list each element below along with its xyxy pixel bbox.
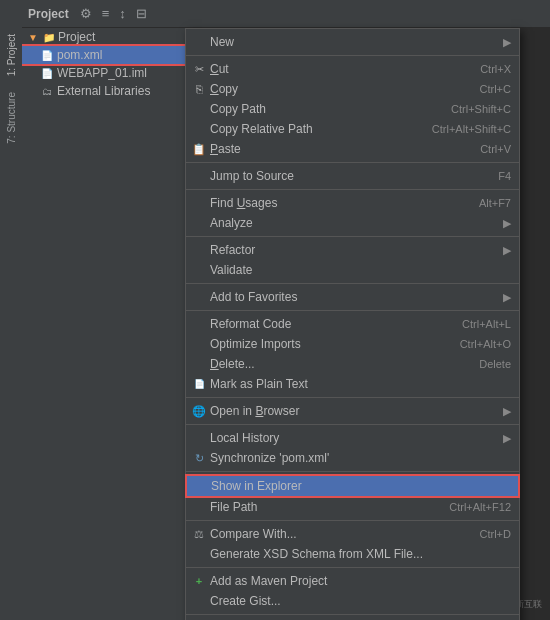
- menu-item-copy-relative-path[interactable]: Copy Relative Path Ctrl+Alt+Shift+C: [186, 119, 519, 139]
- menu-item-cut[interactable]: ✂ Cut Ctrl+X: [186, 59, 519, 79]
- jump-shortcut: F4: [478, 170, 511, 182]
- separator-9: [186, 471, 519, 472]
- menu-item-generate-xsd[interactable]: Generate XSD Schema from XML File...: [186, 544, 519, 564]
- menu-item-refactor[interactable]: Refactor ▶: [186, 240, 519, 260]
- menu-item-refactor-label: Refactor: [210, 243, 255, 257]
- lib-icon: 🗂: [40, 84, 54, 98]
- copy-path-shortcut: Ctrl+Shift+C: [431, 103, 511, 115]
- menu-item-file-path[interactable]: File Path Ctrl+Alt+F12: [186, 497, 519, 517]
- menu-item-add-maven[interactable]: + Add as Maven Project: [186, 571, 519, 591]
- separator-1: [186, 55, 519, 56]
- menu-item-delete[interactable]: Delete... Delete: [186, 354, 519, 374]
- separator-12: [186, 614, 519, 615]
- copy-relative-path-shortcut: Ctrl+Alt+Shift+C: [412, 123, 511, 135]
- separator-5: [186, 283, 519, 284]
- menu-item-reformat-label: Reformat Code: [210, 317, 291, 331]
- browser-arrow-icon: ▶: [503, 405, 511, 418]
- menu-item-synchronize-label: Synchronize 'pom.xml': [210, 451, 329, 465]
- menu-item-add-maven-label: Add as Maven Project: [210, 574, 327, 588]
- menu-item-find-usages[interactable]: Find Usages Alt+F7: [186, 193, 519, 213]
- menu-item-paste-label: Paste: [210, 142, 241, 156]
- sidebar-tab-structure[interactable]: 7: Structure: [4, 88, 19, 148]
- menu-item-find-usages-label: Find Usages: [210, 196, 277, 210]
- separator-11: [186, 567, 519, 568]
- sidebar-tab-project[interactable]: 1: Project: [4, 30, 19, 80]
- menu-item-generate-xsd-label: Generate XSD Schema from XML File...: [210, 547, 423, 561]
- toolbar-title: Project: [28, 7, 69, 21]
- tree-item-pomxml[interactable]: 📄 pom.xml: [22, 46, 197, 64]
- tree-item-project[interactable]: ▼ 📁 Project: [22, 28, 197, 46]
- menu-item-copy-path-label: Copy Path: [210, 102, 266, 116]
- favorites-arrow-icon: ▶: [503, 291, 511, 304]
- paste-shortcut: Ctrl+V: [460, 143, 511, 155]
- arrow-icon: ▶: [503, 36, 511, 49]
- cut-icon: ✂: [192, 62, 206, 76]
- menu-item-show-in-explorer-label: Show in Explorer: [211, 479, 302, 493]
- copy-icon: ⎘: [192, 82, 206, 96]
- menu-item-compare-label: Compare With...: [210, 527, 297, 541]
- tree-item-external-libs[interactable]: 🗂 External Libraries: [22, 82, 197, 100]
- menu-item-local-history[interactable]: Local History ▶: [186, 428, 519, 448]
- menu-item-paste[interactable]: 📋 Paste Ctrl+V: [186, 139, 519, 159]
- menu-item-validate-label: Validate: [210, 263, 252, 277]
- menu-item-create-gist-label: Create Gist...: [210, 594, 281, 608]
- delete-shortcut: Delete: [459, 358, 511, 370]
- menu-item-jump-label: Jump to Source: [210, 169, 294, 183]
- menu-item-add-favorites-label: Add to Favorites: [210, 290, 297, 304]
- local-history-arrow-icon: ▶: [503, 432, 511, 445]
- tree-item-project-label: Project: [58, 30, 95, 44]
- menu-item-file-path-label: File Path: [210, 500, 257, 514]
- project-icon: 📁: [43, 32, 55, 43]
- tree-item-webapp-iml-label: WEBAPP_01.iml: [57, 66, 147, 80]
- analyze-arrow-icon: ▶: [503, 217, 511, 230]
- separator-7: [186, 397, 519, 398]
- menu-item-add-to-favorites[interactable]: Add to Favorites ▶: [186, 287, 519, 307]
- menu-item-cut-label: Cut: [210, 62, 229, 76]
- menu-item-compare-with[interactable]: ⚖ Compare With... Ctrl+D: [186, 524, 519, 544]
- separator-4: [186, 236, 519, 237]
- separator-3: [186, 189, 519, 190]
- refactor-arrow-icon: ▶: [503, 244, 511, 257]
- tree-item-webapp-iml[interactable]: 📄 WEBAPP_01.iml: [22, 64, 197, 82]
- toolbar-icon-sort[interactable]: ↕: [116, 4, 129, 23]
- toolbar-icon-settings[interactable]: ⚙: [77, 4, 95, 23]
- menu-item-show-in-explorer[interactable]: Show in Explorer: [186, 475, 519, 497]
- tree-item-external-libs-label: External Libraries: [57, 84, 150, 98]
- compare-icon: ⚖: [192, 527, 206, 541]
- toolbar-icon-menu[interactable]: ≡: [99, 4, 113, 23]
- menu-item-copy[interactable]: ⎘ Copy Ctrl+C: [186, 79, 519, 99]
- paste-icon: 📋: [192, 142, 206, 156]
- menu-item-validate[interactable]: Validate: [186, 260, 519, 280]
- menu-item-copy-path[interactable]: Copy Path Ctrl+Shift+C: [186, 99, 519, 119]
- menu-item-analyze[interactable]: Analyze ▶: [186, 213, 519, 233]
- file-path-shortcut: Ctrl+Alt+F12: [429, 501, 511, 513]
- separator-10: [186, 520, 519, 521]
- menu-item-delete-label: Delete...: [210, 357, 255, 371]
- menu-item-open-in-browser[interactable]: 🌐 Open in Browser ▶: [186, 401, 519, 421]
- menu-item-jump-to-source[interactable]: Jump to Source F4: [186, 166, 519, 186]
- menu-item-optimize-label: Optimize Imports: [210, 337, 301, 351]
- project-panel: ▼ 📁 Project 📄 pom.xml 📄 WEBAPP_01.iml 🗂 …: [22, 28, 197, 620]
- compare-shortcut: Ctrl+D: [460, 528, 511, 540]
- menu-item-synchronize[interactable]: ↻ Synchronize 'pom.xml': [186, 448, 519, 468]
- ide-sidebar: 1: Project 7: Structure: [0, 0, 22, 620]
- menu-item-reformat-code[interactable]: Reformat Code Ctrl+Alt+L: [186, 314, 519, 334]
- context-menu: New ▶ ✂ Cut Ctrl+X ⎘ Copy Ctrl+C Copy Pa…: [185, 28, 520, 620]
- separator-6: [186, 310, 519, 311]
- menu-item-copy-label: Copy: [210, 82, 238, 96]
- toolbar-icon-collapse[interactable]: ⊟: [133, 4, 150, 23]
- menu-item-mark-plain-text[interactable]: 📄 Mark as Plain Text: [186, 374, 519, 394]
- cut-shortcut: Ctrl+X: [460, 63, 511, 75]
- folder-icon: ▼: [26, 30, 40, 44]
- separator-2: [186, 162, 519, 163]
- menu-item-copy-relative-path-label: Copy Relative Path: [210, 122, 313, 136]
- xml-icon: 📄: [40, 48, 54, 62]
- menu-item-create-gist[interactable]: Create Gist...: [186, 591, 519, 611]
- maven-icon: +: [192, 574, 206, 588]
- browser-icon: 🌐: [192, 404, 206, 418]
- iml-icon: 📄: [40, 66, 54, 80]
- menu-item-open-browser-label: Open in Browser: [210, 404, 299, 418]
- tree-item-pomxml-label: pom.xml: [57, 48, 102, 62]
- menu-item-optimize-imports[interactable]: Optimize Imports Ctrl+Alt+O: [186, 334, 519, 354]
- menu-item-new[interactable]: New ▶: [186, 32, 519, 52]
